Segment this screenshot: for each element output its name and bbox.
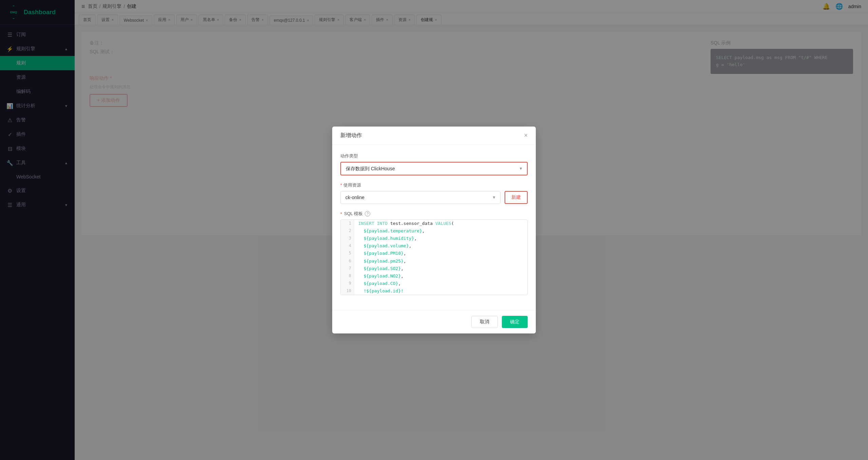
- sql-template-label: * SQL 模板 ?: [340, 211, 528, 217]
- code-line-1: 1 INSERT INTO test.sensor_data VALUES(: [341, 220, 527, 227]
- new-resource-button[interactable]: 新建: [505, 191, 528, 204]
- modal-footer: 取消 确定: [332, 310, 536, 333]
- sql-template-field: * SQL 模板 ? 1 INSERT INTO test.sensor_dat…: [340, 211, 528, 295]
- code-line-8: 8 ${payload.NO2},: [341, 272, 527, 280]
- code-line-9: 9 ${payload.CO},: [341, 280, 527, 287]
- action-type-label: 动作类型: [340, 153, 528, 159]
- modal-new-action: 新增动作 × 动作类型 保存数据到 ClickHouse保存数据到 MySQL保…: [332, 127, 536, 333]
- resource-select-wrapper: ck-onlineck-test ▼: [340, 191, 501, 204]
- modal-header: 新增动作 ×: [332, 127, 536, 145]
- resource-row: ck-onlineck-test ▼ 新建: [340, 191, 528, 204]
- code-line-6: 6 ${payload.pm25},: [341, 257, 527, 265]
- modal-close-button[interactable]: ×: [524, 132, 528, 139]
- modal-overlay: 新增动作 × 动作类型 保存数据到 ClickHouse保存数据到 MySQL保…: [0, 0, 868, 460]
- code-line-10: 10 !${payload.id}!: [341, 287, 527, 295]
- action-type-select-wrapper: 保存数据到 ClickHouse保存数据到 MySQL保存数据到 Redis ▼: [340, 162, 528, 175]
- code-line-2: 2 ${payload.temperature},: [341, 227, 527, 235]
- help-icon[interactable]: ?: [365, 211, 370, 216]
- resource-label: * 使用资源: [340, 182, 528, 188]
- code-line-3: 3 ${payload.humidity},: [341, 235, 527, 242]
- action-type-field: 动作类型 保存数据到 ClickHouse保存数据到 MySQL保存数据到 Re…: [340, 153, 528, 175]
- modal-title: 新增动作: [340, 132, 362, 139]
- modal-body: 动作类型 保存数据到 ClickHouse保存数据到 MySQL保存数据到 Re…: [332, 145, 536, 310]
- code-line-4: 4 ${payload.volume},: [341, 242, 527, 250]
- code-line-5: 5 ${payload.PM10},: [341, 250, 527, 257]
- action-type-select[interactable]: 保存数据到 ClickHouse保存数据到 MySQL保存数据到 Redis: [341, 162, 527, 175]
- confirm-button[interactable]: 确定: [502, 316, 528, 328]
- resource-field: * 使用资源 ck-onlineck-test ▼ 新建: [340, 182, 528, 204]
- sql-template-editor[interactable]: 1 INSERT INTO test.sensor_data VALUES( 2…: [340, 219, 528, 295]
- resource-select[interactable]: ck-onlineck-test: [341, 191, 500, 204]
- code-line-7: 7 ${payload.SO2},: [341, 265, 527, 272]
- cancel-button[interactable]: 取消: [471, 316, 498, 328]
